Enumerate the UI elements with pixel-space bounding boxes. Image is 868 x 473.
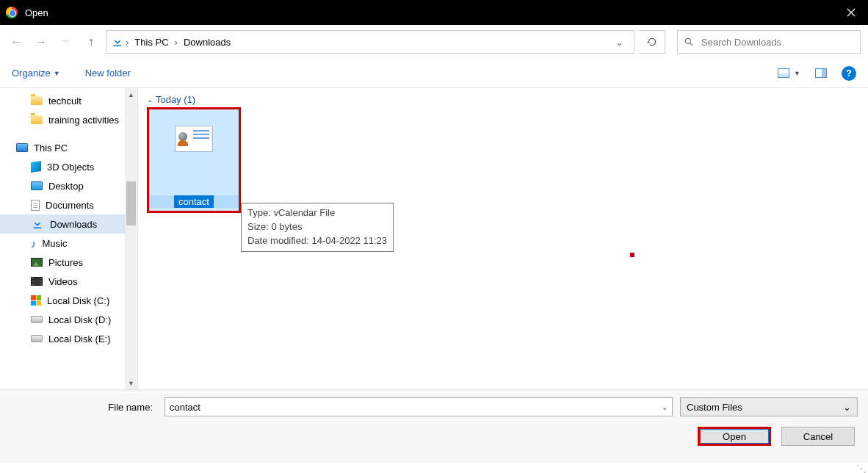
filter-label: Custom Files (687, 402, 742, 413)
chrome-icon (6, 7, 18, 18)
pictures-icon (31, 258, 43, 267)
contact-file-icon (175, 126, 213, 152)
file-name-value: contact (170, 402, 200, 413)
svg-line-2 (690, 43, 693, 46)
svg-point-1 (685, 38, 690, 43)
organize-label: Organize (12, 68, 51, 79)
group-label: Today (1) (156, 94, 195, 105)
view-mode-button[interactable]: ▼ (778, 68, 800, 78)
cube-icon (31, 161, 41, 173)
pc-icon (16, 143, 28, 152)
help-button[interactable]: ? (842, 66, 856, 81)
nav-pictures[interactable]: Pictures (0, 253, 137, 272)
music-icon: ♪ (31, 237, 37, 250)
view-icon (778, 68, 789, 78)
navigation-pane[interactable]: techcult training activities This PC 3D … (0, 88, 138, 389)
file-name-input[interactable]: contact ⌄ (164, 397, 673, 416)
nav-videos[interactable]: Videos (0, 272, 137, 291)
refresh-button[interactable] (639, 30, 665, 54)
organize-button[interactable]: Organize ▼ (12, 68, 60, 79)
svg-rect-0 (114, 46, 122, 47)
pane-icon (815, 68, 827, 78)
caret-down-icon: ▼ (794, 70, 800, 77)
address-bar[interactable]: › This PC › Downloads ⌄ (106, 30, 634, 54)
close-icon (847, 8, 856, 17)
open-button[interactable]: Open (698, 427, 771, 446)
downloads-icon (111, 35, 124, 48)
forward-button[interactable]: → (31, 32, 51, 52)
nav-folder-techcult[interactable]: techcult (0, 91, 137, 110)
cancel-button[interactable]: Cancel (781, 427, 855, 446)
scroll-up-icon[interactable]: ▲ (125, 88, 137, 101)
file-item-contact[interactable]: contact (147, 107, 241, 213)
up-button[interactable]: ↑ (81, 32, 101, 52)
file-type-filter[interactable]: Custom Files ⌄ (680, 397, 858, 416)
new-folder-button[interactable]: New folder (85, 68, 131, 79)
refresh-icon (647, 37, 657, 47)
file-tooltip: Type: vCalendar File Size: 0 bytes Date … (241, 203, 394, 252)
annotation-marker (630, 253, 634, 257)
nav-scrollbar[interactable]: ▲ ▼ (125, 88, 137, 389)
title-bar: Open (0, 0, 868, 25)
nav-folder-training[interactable]: training activities (0, 110, 137, 129)
file-name-label: contact (174, 195, 214, 208)
file-list[interactable]: ⌄ Today (1) contact Type: vCalendar File… (138, 88, 868, 389)
navigation-row: ← → ﹀ ↑ › This PC › Downloads ⌄ Search D… (0, 25, 868, 59)
scroll-down-icon[interactable]: ▼ (125, 377, 137, 389)
downloads-icon (31, 217, 44, 231)
chevron-down-icon: ⌄ (147, 95, 153, 104)
tooltip-size: Size: 0 bytes (247, 220, 387, 234)
chevron-right-icon: › (124, 37, 130, 48)
folder-icon (31, 115, 43, 124)
toolbar: Organize ▼ New folder ▼ ? (0, 59, 868, 88)
folder-icon (31, 96, 43, 105)
scroll-thumb[interactable] (126, 181, 136, 225)
nav-downloads[interactable]: Downloads (0, 214, 137, 234)
desktop-icon (31, 181, 43, 190)
chevron-down-icon: ⌄ (843, 402, 851, 413)
nav-documents[interactable]: Documents (0, 195, 137, 214)
group-header-today[interactable]: ⌄ Today (1) (147, 94, 859, 105)
disk-icon (31, 316, 43, 323)
breadcrumb-root[interactable]: This PC (130, 37, 173, 48)
nav-disk-d[interactable]: Local Disk (D:) (0, 310, 137, 329)
address-dropdown[interactable]: ⌄ (610, 37, 629, 48)
bottom-bar: File name: contact ⌄ Custom Files ⌄ Open… (0, 389, 868, 463)
search-placeholder: Search Downloads (701, 37, 781, 48)
tooltip-modified: Date modified: 14-04-2022 11:23 (247, 234, 387, 248)
search-icon (684, 37, 694, 47)
content-area: techcult training activities This PC 3D … (0, 88, 868, 389)
nav-disk-e[interactable]: Local Disk (E:) (0, 329, 137, 348)
preview-pane-button[interactable] (815, 68, 827, 78)
windows-icon (31, 295, 41, 306)
caret-down-icon: ▼ (54, 70, 60, 77)
close-button[interactable] (834, 0, 868, 25)
nav-this-pc[interactable]: This PC (0, 138, 137, 157)
nav-desktop[interactable]: Desktop (0, 176, 137, 195)
chevron-right-icon: › (173, 37, 179, 48)
document-icon (31, 200, 40, 211)
breadcrumb-current[interactable]: Downloads (179, 37, 235, 48)
back-button[interactable]: ← (6, 32, 26, 52)
resize-grip[interactable] (858, 463, 867, 472)
chevron-down-icon[interactable]: ⌄ (662, 403, 668, 411)
search-input[interactable]: Search Downloads (677, 30, 861, 54)
svg-rect-3 (34, 228, 42, 229)
window-title: Open (25, 7, 48, 18)
nav-3d-objects[interactable]: 3D Objects (0, 157, 137, 176)
nav-disk-c[interactable]: Local Disk (C:) (0, 291, 137, 310)
videos-icon (31, 277, 43, 286)
nav-music[interactable]: ♪Music (0, 234, 137, 253)
history-dropdown[interactable]: ﹀ (56, 32, 76, 52)
file-name-label: File name: (10, 402, 157, 413)
tooltip-type: Type: vCalendar File (247, 206, 387, 220)
disk-icon (31, 335, 43, 342)
